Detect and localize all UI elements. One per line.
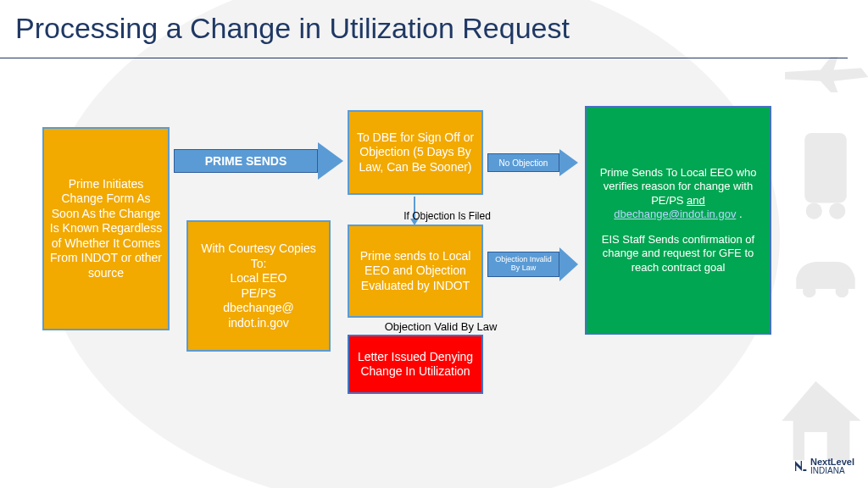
svg-rect-5	[803, 469, 806, 471]
box-initiate: Prime Initiates Change Form As Soon As t…	[42, 127, 170, 330]
box-final: Prime Sends To Local EEO who verifies re…	[585, 106, 771, 335]
svg-point-4	[836, 285, 849, 297]
final-text-2: EIS Staff Sends confirmation of change a…	[598, 233, 758, 274]
label-if-objection: If Objection Is Filed	[381, 210, 513, 222]
logo-nextlevel: NextLevel INDIANA	[793, 458, 854, 474]
title-rule	[0, 58, 848, 58]
label-objection-valid: Objection Valid By Law	[356, 320, 526, 333]
svg-point-2	[829, 202, 845, 219]
final-text-1: Prime Sends To Local EEO who verifies re…	[598, 166, 758, 221]
box-denied: Letter Issued Denying Change In Utilizat…	[348, 335, 483, 394]
email-link[interactable]: dbechange@indot.in.gov	[614, 208, 736, 220]
arrow-no-objection: No Objection	[487, 149, 581, 176]
box-dbe: To DBE for Sign Off or Objection (5 Days…	[348, 110, 483, 195]
box-courtesy: With Courtesy Copies To: Local EEO PE/PS…	[186, 220, 331, 352]
arrow-objection-invalid: Objection Invalid By Law	[487, 247, 581, 281]
arrow-prime-sends: PRIME SENDS	[174, 142, 343, 180]
box-eeo-eval: Prime sends to Local EEO and Objection E…	[348, 225, 483, 318]
flow-diagram: Prime Initiates Change Form As Soon As t…	[42, 102, 822, 424]
logo-icon	[793, 459, 807, 473]
page-title: Processing a Change in Utilization Reque…	[15, 12, 570, 45]
logo-sub: INDIANA	[810, 467, 854, 475]
logo-name: NextLevel	[810, 458, 854, 466]
